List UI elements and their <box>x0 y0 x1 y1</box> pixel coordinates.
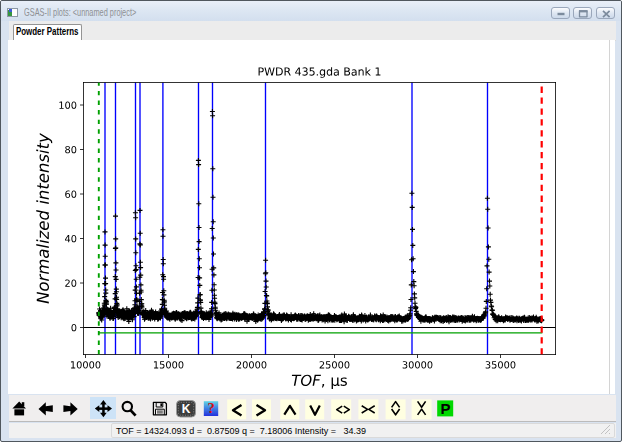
svg-text:K: K <box>182 402 191 416</box>
svg-text:?: ? <box>207 400 214 416</box>
svg-text:P: P <box>440 400 450 417</box>
